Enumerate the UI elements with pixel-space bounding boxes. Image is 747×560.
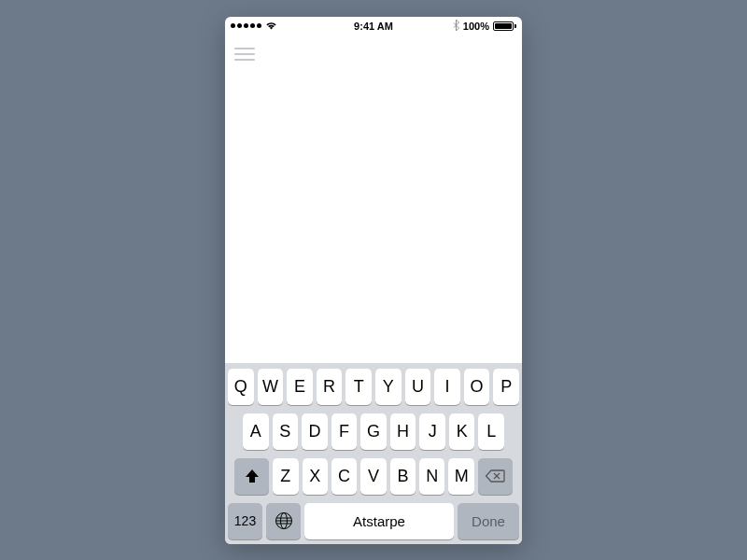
key-w[interactable]: W (258, 369, 284, 405)
key-y[interactable]: Y (375, 369, 402, 405)
phone-frame: 9:41 AM 100% Q W E R T Y (225, 17, 522, 544)
keyboard-row-4: 123 Atstarpe Done (228, 503, 519, 539)
keyboard-row-3: Z X C V B N M (228, 458, 519, 495)
numbers-key[interactable]: 123 (228, 503, 262, 539)
key-z[interactable]: Z (273, 458, 298, 495)
signal-strength-icon (231, 23, 261, 28)
key-c[interactable]: C (331, 458, 357, 495)
key-d[interactable]: D (302, 413, 328, 450)
key-a[interactable]: A (243, 413, 269, 450)
key-q[interactable]: Q (228, 369, 254, 405)
shift-key[interactable] (234, 458, 269, 495)
key-g[interactable]: G (360, 413, 387, 450)
battery-pct: 100% (463, 21, 489, 32)
status-bar: 9:41 AM 100% (225, 17, 522, 35)
keyboard-row-1: Q W E R T Y U I O P (228, 369, 519, 405)
globe-icon (275, 511, 293, 530)
space-key[interactable]: Atstarpe (304, 503, 454, 539)
key-s[interactable]: S (273, 413, 299, 450)
status-time: 9:41 AM (354, 21, 393, 32)
key-f[interactable]: F (331, 413, 358, 450)
key-e[interactable]: E (287, 369, 313, 405)
battery-icon (493, 21, 516, 31)
backspace-icon (485, 469, 505, 483)
menu-icon[interactable] (234, 48, 255, 61)
key-v[interactable]: V (360, 458, 386, 495)
key-u[interactable]: U (405, 369, 431, 405)
key-r[interactable]: R (317, 369, 343, 405)
keyboard: Q W E R T Y U I O P A S D F G H J K L (225, 363, 522, 544)
key-x[interactable]: X (303, 458, 328, 495)
key-n[interactable]: N (419, 458, 444, 495)
key-k[interactable]: K (449, 413, 475, 450)
key-m[interactable]: M (448, 458, 473, 495)
wifi-icon (265, 21, 277, 30)
bluetooth-icon (453, 20, 459, 33)
key-j[interactable]: J (419, 413, 445, 450)
key-o[interactable]: O (464, 369, 490, 405)
nav-bar (225, 35, 522, 73)
keyboard-row-2: A S D F G H J K L (228, 413, 519, 450)
shift-icon (244, 469, 261, 483)
key-t[interactable]: T (345, 369, 372, 405)
key-p[interactable]: P (493, 369, 519, 405)
done-key[interactable]: Done (458, 503, 519, 539)
backspace-key[interactable] (478, 458, 513, 495)
key-h[interactable]: H (390, 413, 416, 450)
key-l[interactable]: L (478, 413, 504, 450)
content-area[interactable] (225, 73, 522, 363)
globe-key[interactable] (266, 503, 301, 539)
key-i[interactable]: I (434, 369, 460, 405)
key-b[interactable]: B (390, 458, 416, 495)
